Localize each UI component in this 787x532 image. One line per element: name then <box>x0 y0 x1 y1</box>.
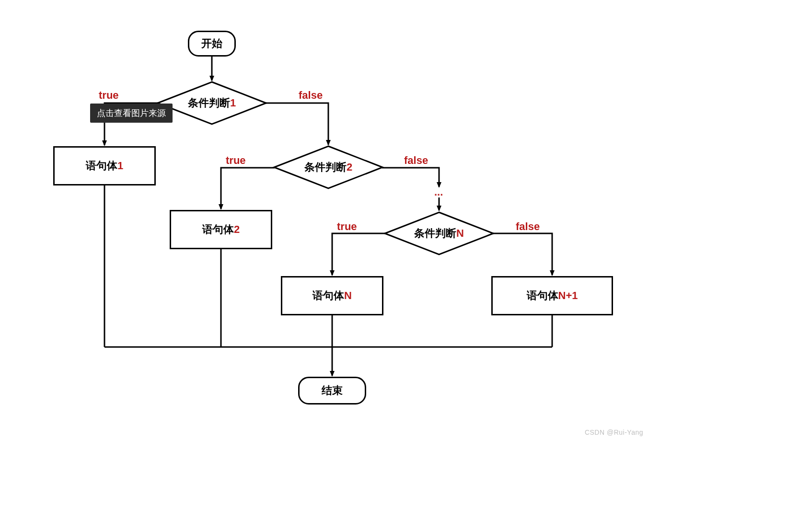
start-label: 开始 <box>201 36 222 51</box>
watermark: CSDN @Rui-Yang <box>585 428 643 436</box>
decision-condN: 条件判断N <box>383 211 495 256</box>
stmtN-num: N <box>344 289 352 302</box>
stmt2-num: 2 <box>234 223 240 236</box>
end-node: 结束 <box>298 377 366 405</box>
condN-label: 条件判断N <box>383 211 495 256</box>
cond2-false-label: false <box>404 154 428 167</box>
process-stmtN: 语句体 N <box>281 276 383 315</box>
tooltip-text: 点击查看图片来源 <box>97 108 166 118</box>
condN-prefix: 条件判断 <box>414 226 456 241</box>
process-stmt2: 语句体 2 <box>170 210 272 249</box>
cond1-prefix: 条件判断 <box>188 96 230 110</box>
cond2-num: 2 <box>347 161 352 173</box>
flowchart-canvas: 开始 条件判断 1 true false 语句体 1 条件判断2 true fa… <box>0 0 787 532</box>
process-stmtN1: 语句体 N+1 <box>491 276 613 315</box>
cond2-prefix: 条件判断 <box>304 160 347 174</box>
stmt2-prefix: 语句体 <box>202 222 234 237</box>
end-label: 结束 <box>322 383 343 398</box>
cond1-label: 条件判断 1 <box>156 81 267 126</box>
decision-cond1: 条件判断 1 <box>156 81 267 126</box>
image-source-tooltip[interactable]: 点击查看图片来源 <box>90 104 173 123</box>
cond1-num: 1 <box>230 97 236 109</box>
cond2-label: 条件判断2 <box>273 145 384 190</box>
stmtN1-num: N+1 <box>558 289 578 302</box>
cond2-true-label: true <box>226 154 246 167</box>
stmt1-prefix: 语句体 <box>86 159 117 173</box>
start-node: 开始 <box>188 31 236 57</box>
connector-layer <box>0 0 787 532</box>
cond1-true-label: true <box>99 89 119 102</box>
stmtN-prefix: 语句体 <box>312 289 344 303</box>
stmt1-num: 1 <box>117 160 123 172</box>
stmtN1-prefix: 语句体 <box>527 289 558 303</box>
condN-false-label: false <box>516 220 540 233</box>
ellipsis: ... <box>434 186 443 198</box>
condN-num: N <box>456 227 464 240</box>
process-stmt1: 语句体 1 <box>53 146 156 185</box>
cond1-false-label: false <box>299 89 323 102</box>
condN-true-label: true <box>337 220 357 233</box>
decision-cond2: 条件判断2 <box>273 145 384 190</box>
